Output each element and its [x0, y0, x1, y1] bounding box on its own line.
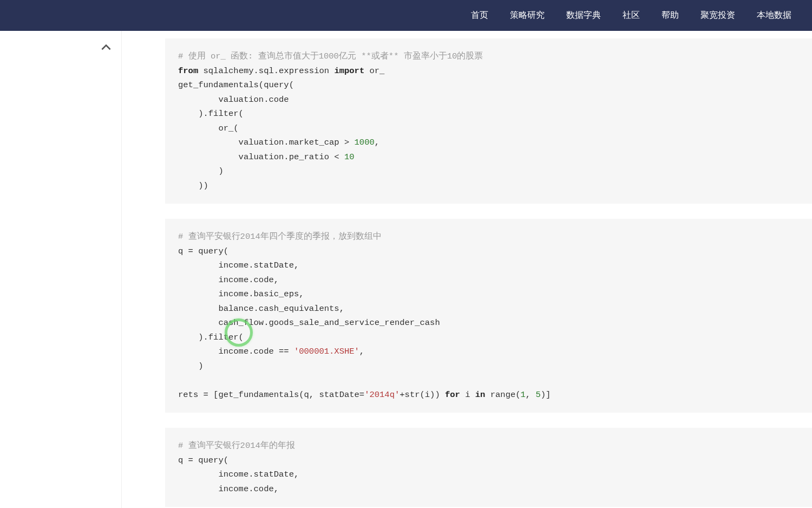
- code-number: 10: [344, 152, 355, 162]
- nav-strategy[interactable]: 策略研究: [499, 10, 555, 21]
- nav-community[interactable]: 社区: [612, 10, 651, 21]
- code-string: '000001.XSHE': [294, 347, 359, 356]
- code-number: 1: [521, 390, 526, 400]
- code-block-1: # 使用 or_ 函数: 查询总市值大于1000亿元 **或者** 市盈率小于1…: [165, 38, 812, 204]
- top-nav: 首页 策略研究 数据字典 社区 帮助 聚宽投资 本地数据: [0, 0, 812, 31]
- code-text: ): [178, 361, 204, 371]
- code-keyword: in: [475, 390, 486, 400]
- sidebar-item[interactable]: 丁选: [0, 260, 119, 283]
- code-text: or_: [364, 66, 384, 76]
- sidebar-item[interactable]: , 可选: [0, 237, 119, 260]
- code-keyword: for: [445, 390, 460, 400]
- chevron-up-icon: [99, 47, 113, 56]
- code-block-2: # 查询平安银行2014年四个季度的季报，放到数组中 q = query( in…: [165, 219, 812, 413]
- nav-home[interactable]: 首页: [460, 10, 499, 21]
- code-text: ).filter(: [178, 109, 244, 119]
- sidebar-collapse-button[interactable]: [99, 41, 113, 57]
- code-block-3: # 查询平安银行2014年的年报 q = query( income.statD…: [165, 428, 812, 507]
- code-text: )]: [541, 390, 551, 400]
- code-keyword: import: [334, 66, 364, 76]
- sidebar-item[interactable]: , 可选: [0, 330, 119, 353]
- code-text: income.statDate,: [178, 470, 299, 479]
- code-text: get_fundamentals(query(: [178, 80, 294, 90]
- code-text: valuation.pe_ratio <: [178, 152, 344, 162]
- sidebar-items: , 可选 丁选 选 选 , 可选: [0, 237, 119, 353]
- code-text: income.code,: [178, 275, 279, 285]
- code-text: cash_flow.goods_sale_and_service_render_…: [178, 318, 440, 328]
- code-number: 1000: [355, 138, 375, 147]
- code-comment: # 使用 or_ 函数: 查询总市值大于1000亿元 **或者** 市盈率小于1…: [178, 51, 483, 61]
- code-text: ,: [359, 347, 364, 356]
- code-text: i: [460, 390, 475, 400]
- nav-data-dict[interactable]: 数据字典: [555, 10, 612, 21]
- sidebar: , 可选 丁选 选 选 , 可选: [0, 31, 122, 508]
- code-text: sqlalchemy.sql.expression: [198, 66, 334, 76]
- code-text: ,: [526, 390, 536, 400]
- code-text: valuation.code: [178, 95, 289, 105]
- code-string: '2014q': [364, 390, 400, 400]
- code-text: +str(i)): [400, 390, 445, 400]
- code-comment: # 查询平安银行2014年的年报: [178, 441, 295, 451]
- code-text: q = query(: [178, 246, 228, 256]
- code-text: valuation.market_cap >: [178, 138, 355, 147]
- code-text: ).filter(: [178, 333, 244, 342]
- main-content[interactable]: # 使用 or_ 函数: 查询总市值大于1000亿元 **或者** 市盈率小于1…: [133, 31, 812, 508]
- code-text: q = query(: [178, 455, 228, 465]
- nav-help[interactable]: 帮助: [651, 10, 690, 21]
- code-text: )): [178, 181, 208, 191]
- code-text: ,: [375, 138, 379, 147]
- code-text: rets = [get_fundamentals(q, statDate=: [178, 390, 364, 400]
- code-text: range(: [485, 390, 520, 400]
- nav-jukuan[interactable]: 聚宽投资: [690, 10, 746, 21]
- code-text: income.statDate,: [178, 260, 299, 270]
- code-comment: # 查询平安银行2014年四个季度的季报，放到数组中: [178, 232, 382, 242]
- code-text: income.basic_eps,: [178, 289, 304, 299]
- sidebar-item[interactable]: 选: [0, 307, 119, 330]
- code-text: ): [178, 166, 224, 176]
- code-text: income.code ==: [178, 347, 294, 356]
- code-text: or_(: [178, 123, 239, 133]
- nav-local-data[interactable]: 本地数据: [746, 10, 802, 21]
- code-text: balance.cash_equivalents,: [178, 304, 344, 314]
- code-text: income.code,: [178, 484, 279, 494]
- sidebar-item[interactable]: 选: [0, 283, 119, 307]
- code-keyword: from: [178, 66, 198, 76]
- code-number: 5: [535, 390, 540, 400]
